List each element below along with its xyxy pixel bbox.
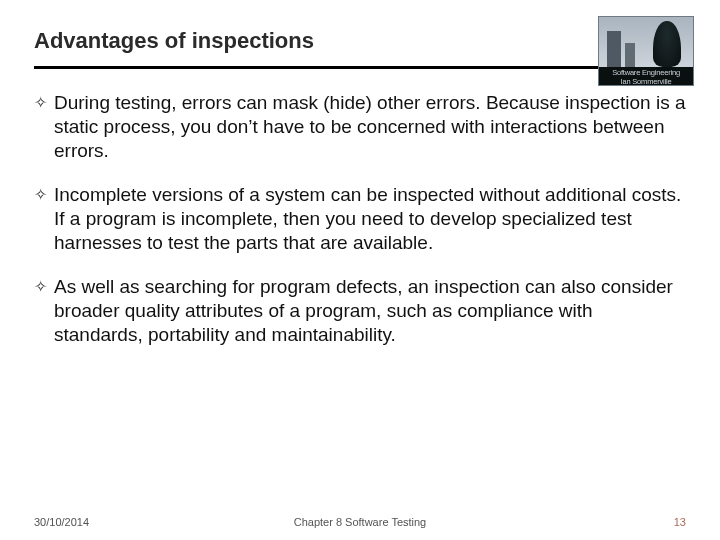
bullet-marker-icon: ✧ <box>34 183 54 255</box>
bullet-item: ✧ During testing, errors can mask (hide)… <box>34 91 686 163</box>
bullet-marker-icon: ✧ <box>34 275 54 347</box>
bullet-item: ✧ Incomplete versions of a system can be… <box>34 183 686 255</box>
book-author: Ian Sommerville <box>599 77 693 86</box>
book-title: Software Engineering <box>599 68 693 77</box>
bullet-text: Incomplete versions of a system can be i… <box>54 183 686 255</box>
footer-date: 30/10/2014 <box>34 516 89 528</box>
slide: Advantages of inspections Software Engin… <box>0 0 720 540</box>
bullet-text: As well as searching for program defects… <box>54 275 686 347</box>
footer-chapter: Chapter 8 Software Testing <box>34 516 686 528</box>
bullet-text: During testing, errors can mask (hide) o… <box>54 91 686 163</box>
footer-page-number: 13 <box>674 516 686 528</box>
slide-title: Advantages of inspections <box>34 28 686 54</box>
decorative-shape <box>625 43 635 67</box>
decorative-shape <box>607 31 621 67</box>
header: Advantages of inspections Software Engin… <box>34 28 686 69</box>
bullet-marker-icon: ✧ <box>34 91 54 163</box>
decorative-shape <box>653 21 681 67</box>
book-cover-label: Software Engineering Ian Sommerville <box>599 67 693 85</box>
footer: 30/10/2014 Chapter 8 Software Testing 13 <box>34 516 686 528</box>
book-cover-image: Software Engineering Ian Sommerville <box>598 16 694 86</box>
body: ✧ During testing, errors can mask (hide)… <box>34 91 686 347</box>
bullet-item: ✧ As well as searching for program defec… <box>34 275 686 347</box>
